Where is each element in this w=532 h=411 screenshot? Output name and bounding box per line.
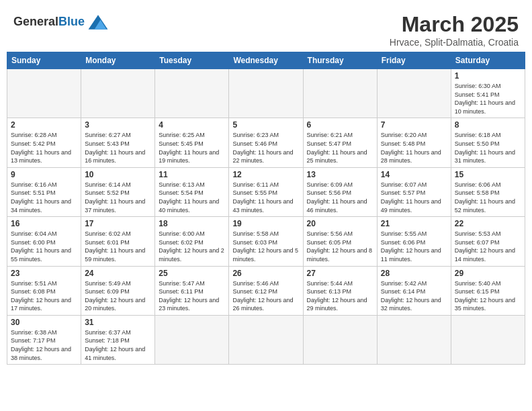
- day-number: 8: [455, 120, 521, 130]
- day-info: Sunrise: 5:46 AM Sunset: 6:12 PM Dayligh…: [232, 279, 299, 313]
- day-number: 5: [232, 120, 299, 130]
- calendar-week-3: 16Sunrise: 6:04 AM Sunset: 6:00 PM Dayli…: [7, 217, 525, 266]
- calendar-cell: [377, 315, 451, 364]
- day-number: 28: [381, 269, 447, 278]
- col-header-thursday: Thursday: [303, 52, 377, 69]
- calendar-cell: 6Sunrise: 6:21 AM Sunset: 5:47 PM Daylig…: [303, 118, 377, 167]
- calendar-cell: 28Sunrise: 5:42 AM Sunset: 6:14 PM Dayli…: [377, 266, 451, 315]
- day-number: 24: [85, 269, 151, 278]
- day-number: 20: [307, 219, 373, 228]
- day-info: Sunrise: 6:06 AM Sunset: 5:58 PM Dayligh…: [455, 181, 521, 214]
- day-info: Sunrise: 6:13 AM Sunset: 5:54 PM Dayligh…: [159, 181, 225, 214]
- col-header-tuesday: Tuesday: [155, 52, 229, 69]
- day-number: 11: [159, 170, 225, 179]
- calendar-cell: [451, 315, 525, 364]
- day-info: Sunrise: 6:00 AM Sunset: 6:02 PM Dayligh…: [159, 230, 225, 263]
- day-number: 14: [381, 170, 447, 179]
- day-info: Sunrise: 5:53 AM Sunset: 6:07 PM Dayligh…: [455, 230, 521, 263]
- calendar-header-row: SundayMondayTuesdayWednesdayThursdayFrid…: [7, 52, 525, 69]
- calendar-week-0: 1Sunrise: 6:30 AM Sunset: 5:41 PM Daylig…: [7, 69, 525, 118]
- day-info: Sunrise: 6:21 AM Sunset: 5:47 PM Dayligh…: [307, 131, 373, 165]
- calendar-cell: 12Sunrise: 6:11 AM Sunset: 5:55 PM Dayli…: [229, 167, 303, 216]
- day-number: 31: [85, 318, 151, 327]
- calendar-cell: 8Sunrise: 6:18 AM Sunset: 5:50 PM Daylig…: [451, 118, 525, 167]
- calendar-cell: 31Sunrise: 6:37 AM Sunset: 7:18 PM Dayli…: [81, 315, 155, 364]
- day-info: Sunrise: 5:44 AM Sunset: 6:13 PM Dayligh…: [307, 279, 373, 313]
- calendar-cell: 16Sunrise: 6:04 AM Sunset: 6:00 PM Dayli…: [7, 217, 81, 266]
- title-block: March 2025 Hrvace, Split-Dalmatia, Croat…: [390, 12, 519, 48]
- day-number: 27: [307, 269, 373, 278]
- day-number: 12: [232, 170, 299, 179]
- calendar-cell: [155, 315, 229, 364]
- day-number: 16: [11, 219, 77, 228]
- day-number: 26: [232, 269, 299, 278]
- calendar-week-2: 9Sunrise: 6:16 AM Sunset: 5:51 PM Daylig…: [7, 167, 525, 216]
- day-number: 1: [455, 71, 521, 81]
- day-info: Sunrise: 5:56 AM Sunset: 6:05 PM Dayligh…: [307, 230, 373, 263]
- calendar-cell: 27Sunrise: 5:44 AM Sunset: 6:13 PM Dayli…: [303, 266, 377, 315]
- calendar-cell: 1Sunrise: 6:30 AM Sunset: 5:41 PM Daylig…: [451, 69, 525, 118]
- day-info: Sunrise: 5:47 AM Sunset: 6:11 PM Dayligh…: [159, 279, 225, 313]
- day-info: Sunrise: 6:14 AM Sunset: 5:52 PM Dayligh…: [85, 181, 151, 214]
- calendar-cell: 14Sunrise: 6:07 AM Sunset: 5:57 PM Dayli…: [377, 167, 451, 216]
- calendar-cell: 19Sunrise: 5:58 AM Sunset: 6:03 PM Dayli…: [229, 217, 303, 266]
- day-info: Sunrise: 5:58 AM Sunset: 6:03 PM Dayligh…: [232, 230, 299, 263]
- day-info: Sunrise: 5:55 AM Sunset: 6:06 PM Dayligh…: [381, 230, 447, 263]
- calendar-cell: [81, 69, 155, 118]
- col-header-saturday: Saturday: [451, 52, 525, 69]
- day-number: 29: [455, 269, 521, 278]
- day-number: 25: [159, 269, 225, 278]
- calendar-cell: 22Sunrise: 5:53 AM Sunset: 6:07 PM Dayli…: [451, 217, 525, 266]
- calendar-cell: 23Sunrise: 5:51 AM Sunset: 6:08 PM Dayli…: [7, 266, 81, 315]
- page-header: GeneralBlue March 2025 Hrvace, Split-Dal…: [7, 7, 525, 52]
- calendar-cell: 9Sunrise: 6:16 AM Sunset: 5:51 PM Daylig…: [7, 167, 81, 216]
- day-info: Sunrise: 6:37 AM Sunset: 7:18 PM Dayligh…: [85, 328, 151, 362]
- day-number: 22: [455, 219, 521, 228]
- logo-blue: Blue: [58, 15, 85, 28]
- day-info: Sunrise: 5:51 AM Sunset: 6:08 PM Dayligh…: [11, 279, 77, 313]
- day-number: 17: [85, 219, 151, 228]
- calendar-cell: 13Sunrise: 6:09 AM Sunset: 5:56 PM Dayli…: [303, 167, 377, 216]
- calendar-table: SundayMondayTuesdayWednesdayThursdayFrid…: [7, 52, 525, 365]
- calendar-cell: 26Sunrise: 5:46 AM Sunset: 6:12 PM Dayli…: [229, 266, 303, 315]
- calendar-cell: [229, 315, 303, 364]
- day-number: 6: [307, 120, 373, 130]
- calendar-cell: 2Sunrise: 6:28 AM Sunset: 5:42 PM Daylig…: [7, 118, 81, 167]
- day-number: 19: [232, 219, 299, 228]
- calendar-cell: 21Sunrise: 5:55 AM Sunset: 6:06 PM Dayli…: [377, 217, 451, 266]
- day-number: 13: [307, 170, 373, 179]
- day-number: 23: [11, 269, 77, 278]
- calendar-cell: 18Sunrise: 6:00 AM Sunset: 6:02 PM Dayli…: [155, 217, 229, 266]
- day-info: Sunrise: 6:23 AM Sunset: 5:46 PM Dayligh…: [232, 131, 299, 165]
- day-info: Sunrise: 6:20 AM Sunset: 5:48 PM Dayligh…: [381, 131, 447, 165]
- day-info: Sunrise: 6:30 AM Sunset: 5:41 PM Dayligh…: [455, 82, 521, 116]
- day-number: 3: [85, 120, 151, 130]
- col-header-friday: Friday: [377, 52, 451, 69]
- day-info: Sunrise: 6:25 AM Sunset: 5:45 PM Dayligh…: [159, 131, 225, 165]
- day-number: 2: [11, 120, 77, 130]
- calendar-cell: [229, 69, 303, 118]
- calendar-cell: [155, 69, 229, 118]
- day-info: Sunrise: 6:38 AM Sunset: 7:17 PM Dayligh…: [11, 328, 77, 362]
- day-number: 15: [455, 170, 521, 179]
- day-number: 21: [381, 219, 447, 228]
- day-info: Sunrise: 6:16 AM Sunset: 5:51 PM Dayligh…: [11, 181, 77, 214]
- day-info: Sunrise: 6:28 AM Sunset: 5:42 PM Dayligh…: [11, 131, 77, 165]
- calendar-cell: [7, 69, 81, 118]
- location: Hrvace, Split-Dalmatia, Croatia: [390, 37, 519, 48]
- calendar-week-4: 23Sunrise: 5:51 AM Sunset: 6:08 PM Dayli…: [7, 266, 525, 315]
- calendar-week-5: 30Sunrise: 6:38 AM Sunset: 7:17 PM Dayli…: [7, 315, 525, 364]
- day-info: Sunrise: 5:42 AM Sunset: 6:14 PM Dayligh…: [381, 279, 447, 313]
- calendar-cell: [303, 315, 377, 364]
- calendar-week-1: 2Sunrise: 6:28 AM Sunset: 5:42 PM Daylig…: [7, 118, 525, 167]
- calendar-cell: 7Sunrise: 6:20 AM Sunset: 5:48 PM Daylig…: [377, 118, 451, 167]
- calendar-cell: 20Sunrise: 5:56 AM Sunset: 6:05 PM Dayli…: [303, 217, 377, 266]
- calendar-cell: [377, 69, 451, 118]
- calendar-cell: 24Sunrise: 5:49 AM Sunset: 6:09 PM Dayli…: [81, 266, 155, 315]
- day-info: Sunrise: 5:40 AM Sunset: 6:15 PM Dayligh…: [455, 279, 521, 313]
- calendar-cell: 29Sunrise: 5:40 AM Sunset: 6:15 PM Dayli…: [451, 266, 525, 315]
- col-header-monday: Monday: [81, 52, 155, 69]
- col-header-wednesday: Wednesday: [229, 52, 303, 69]
- day-number: 30: [11, 318, 77, 327]
- calendar-cell: 3Sunrise: 6:27 AM Sunset: 5:43 PM Daylig…: [81, 118, 155, 167]
